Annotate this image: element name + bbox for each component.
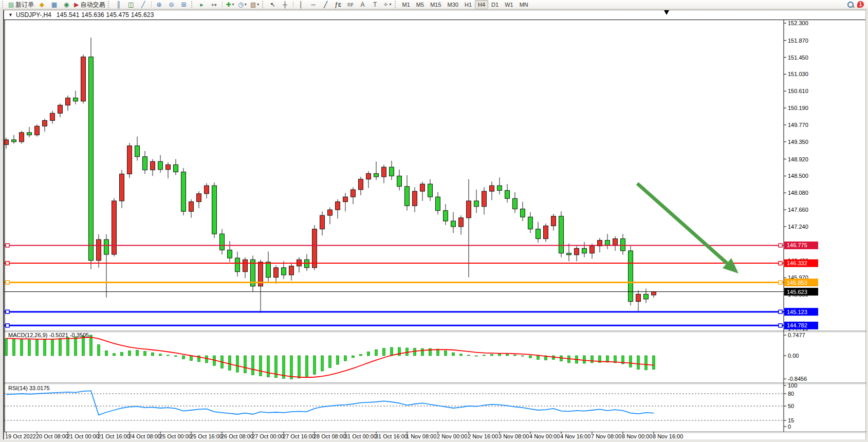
chart-shift-marker[interactable] xyxy=(664,10,669,15)
chart-shift-button[interactable]: ↦ xyxy=(208,0,220,9)
time-axis-label: 24 Oct 08:00 xyxy=(128,433,161,439)
trend-arrow-object[interactable] xyxy=(637,183,727,263)
timeframe-m1-button[interactable]: M1 xyxy=(399,0,413,9)
line-chart-button[interactable]: ╱ xyxy=(137,0,150,9)
candle xyxy=(605,234,610,249)
line-handle[interactable] xyxy=(6,281,9,284)
macd-histogram-bar xyxy=(167,355,170,356)
arrows-button[interactable]: ✧▾ xyxy=(381,0,394,9)
candle xyxy=(521,201,525,221)
macd-histogram-bar xyxy=(483,355,486,356)
line-handle[interactable] xyxy=(6,324,9,327)
candle xyxy=(305,254,309,271)
text-label-button[interactable]: T xyxy=(369,0,381,9)
bar-chart-button[interactable]: ║ xyxy=(113,0,125,9)
candle xyxy=(73,90,78,104)
candle xyxy=(27,127,32,137)
macd-histogram-bar xyxy=(537,356,540,359)
toolbar-separator xyxy=(222,1,223,8)
price-panel[interactable] xyxy=(4,38,784,327)
timeframe-d1-button[interactable]: D1 xyxy=(488,0,502,9)
fibonacci-button[interactable]: ƒᴇ xyxy=(332,0,344,9)
timeframe-m5-button[interactable]: M5 xyxy=(413,0,427,9)
timeframe-h4-button[interactable]: H4 xyxy=(475,0,488,9)
timeframe-m30-button[interactable]: M30 xyxy=(445,0,461,9)
rsi-tick-label: 80 xyxy=(788,391,794,397)
macd-histogram-bar xyxy=(159,354,162,356)
navigator-button[interactable]: ◉ xyxy=(60,0,72,9)
dropdown-arrow-icon[interactable]: ▾ xyxy=(390,1,392,9)
text-icon: A xyxy=(361,1,365,9)
macd-histogram-bar xyxy=(475,356,478,356)
toolbar-grip[interactable] xyxy=(395,1,398,8)
macd-histogram-bar xyxy=(529,356,532,358)
data-window-button[interactable]: ▦ xyxy=(48,0,60,9)
macd-histogram-bar xyxy=(452,353,455,356)
timeframe-mn-button[interactable]: MN xyxy=(516,0,531,9)
candle xyxy=(104,234,109,298)
fibonacci-retracement-button[interactable]: ≡ꜰ xyxy=(344,0,357,9)
macd-histogram-bar xyxy=(113,354,116,356)
macd-histogram-bar xyxy=(144,351,146,356)
toolbar-grip[interactable] xyxy=(108,1,112,8)
data-window-icon: ▦ xyxy=(51,1,57,9)
macd-histogram-bar xyxy=(67,338,69,356)
new-order-button[interactable]: ▤新订单 xyxy=(7,0,35,9)
dropdown-arrow-icon[interactable]: ▾ xyxy=(232,1,234,9)
line-handle[interactable] xyxy=(779,324,782,327)
vertical-line-button[interactable]: │ xyxy=(295,0,307,9)
zoom-out-button[interactable]: ⊖ xyxy=(165,0,178,9)
toolbar-grip[interactable] xyxy=(191,1,195,8)
macd-histogram-bar xyxy=(445,351,447,356)
chart-caret-icon[interactable]: ▼ xyxy=(8,12,13,17)
candle xyxy=(135,137,140,161)
toolbar-grip[interactable] xyxy=(2,1,6,8)
candlestick-chart-button[interactable]: ◫ xyxy=(125,0,137,9)
indicators-button[interactable]: ✚▾ xyxy=(224,0,236,9)
auto-scroll-button[interactable]: ▸ xyxy=(196,0,208,9)
macd-panel[interactable]: MACD(12,26,9) -0.5021 -0.3505 xyxy=(5,332,655,379)
periods-button[interactable]: ◷▾ xyxy=(236,0,249,9)
macd-histogram-bar xyxy=(36,340,39,356)
timeframe-h1-button[interactable]: H1 xyxy=(461,0,475,9)
auto-trading-button[interactable]: ▶自动交易 xyxy=(72,0,106,9)
macd-histogram-bar xyxy=(313,356,316,374)
macd-histogram-bar xyxy=(267,356,270,377)
cursor-button[interactable]: ↖ xyxy=(267,0,279,9)
price-tick-label: 152.300 xyxy=(788,20,808,26)
chart-canvas[interactable]: MACD(12,26,9) -0.5021 -0.3505RSI(14) 33.… xyxy=(4,20,866,440)
candle xyxy=(12,135,16,144)
zoom-in-button[interactable]: ⊕ xyxy=(153,0,165,9)
dropdown-arrow-icon[interactable]: ▾ xyxy=(257,1,259,9)
line-handle[interactable] xyxy=(779,310,782,314)
market-watch-button[interactable]: ◆ xyxy=(35,0,48,9)
line-handle[interactable] xyxy=(6,262,9,265)
line-handle[interactable] xyxy=(6,310,9,314)
line-handle[interactable] xyxy=(779,244,782,247)
trendline-button[interactable]: ╱ xyxy=(320,0,332,9)
notification-badge[interactable]: 1 xyxy=(857,1,864,8)
price-tick-label: 149.350 xyxy=(788,139,808,145)
macd-tick-label: 0.00 xyxy=(788,353,799,359)
line-handle[interactable] xyxy=(6,244,9,247)
horizontal-line-icon: ─ xyxy=(311,1,316,9)
text-button[interactable]: A xyxy=(357,0,369,9)
timeframe-w1-button[interactable]: W1 xyxy=(502,0,516,9)
toolbar-grip[interactable] xyxy=(262,1,266,8)
line-handle[interactable] xyxy=(779,281,782,284)
candle xyxy=(444,204,448,225)
candle xyxy=(413,187,417,212)
search-icon[interactable] xyxy=(847,1,854,8)
tile-windows-button[interactable]: ⊞ xyxy=(178,0,190,9)
line-handle[interactable] xyxy=(779,262,782,265)
templates-button[interactable]: ▧▾ xyxy=(249,0,261,9)
timeframe-m15-button[interactable]: M15 xyxy=(427,0,444,9)
time-axis-label: 25 Oct 00:00 xyxy=(159,433,192,439)
crosshair-button[interactable]: ┼ xyxy=(279,0,291,9)
candle xyxy=(328,207,333,224)
rsi-panel[interactable]: RSI(14) 33.0175 xyxy=(4,385,784,420)
macd-histogram-bar xyxy=(583,356,586,363)
macd-histogram-bar xyxy=(229,356,231,370)
horizontal-line-button[interactable]: ─ xyxy=(307,0,320,9)
dropdown-arrow-icon[interactable]: ▾ xyxy=(245,1,247,9)
